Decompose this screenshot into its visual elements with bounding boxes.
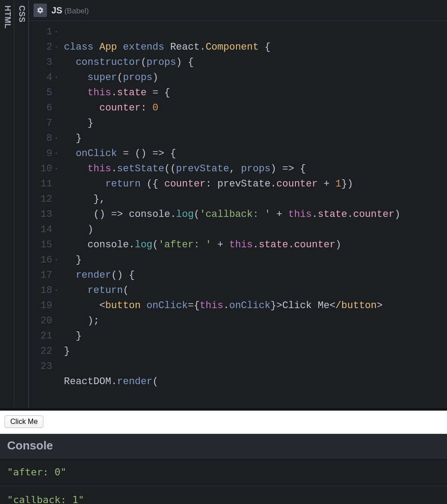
line-number: 21 — [29, 329, 52, 344]
line-number: 7 — [29, 116, 52, 131]
code-area[interactable]: class App extends React.Component { cons… — [56, 21, 447, 408]
collapsed-tabs: HTML CSS — [0, 0, 29, 408]
line-number: 6 — [29, 101, 52, 116]
line-number: 19 — [29, 298, 52, 313]
line-number: 10 — [29, 161, 52, 177]
line-number: 11 — [29, 177, 52, 192]
line-number: 22 — [29, 344, 52, 359]
line-number: 17 — [29, 268, 52, 283]
editor-title: JS — [51, 5, 62, 15]
tab-html[interactable]: HTML — [0, 0, 14, 408]
line-number: 9 — [29, 146, 52, 161]
console-panel: Console "after: 0" "callback: 1" — [0, 434, 447, 504]
line-number: 23 — [29, 359, 52, 374]
line-number: 13 — [29, 207, 52, 222]
line-number: 20 — [29, 313, 52, 329]
line-number: 1 — [29, 25, 52, 40]
click-me-button[interactable]: Click Me — [4, 415, 43, 428]
line-number: 2 — [29, 40, 52, 55]
editor-header: JS (Babel) — [29, 0, 447, 21]
tab-css[interactable]: CSS — [14, 0, 29, 408]
line-number: 18 — [29, 283, 52, 298]
editor-subtitle: (Babel) — [64, 7, 89, 15]
console-row: "callback: 1" — [0, 486, 447, 504]
line-number: 8 — [29, 131, 52, 146]
console-header[interactable]: Console — [0, 434, 447, 458]
line-number: 5 — [29, 85, 52, 101]
js-editor-panel: JS (Babel) 12345678910111213141516171819… — [29, 0, 447, 408]
line-number: 3 — [29, 55, 52, 70]
line-number: 4 — [29, 70, 52, 85]
line-number: 14 — [29, 222, 52, 237]
line-gutter: 1234567891011121314151617181920212223 — [29, 21, 56, 408]
output-preview: Click Me — [0, 411, 447, 434]
gear-icon[interactable] — [34, 4, 47, 17]
line-number: 12 — [29, 192, 52, 207]
line-number: 16 — [29, 253, 52, 268]
editor-body[interactable]: 1234567891011121314151617181920212223 cl… — [29, 21, 447, 408]
console-row: "after: 0" — [0, 458, 447, 486]
line-number: 15 — [29, 237, 52, 253]
